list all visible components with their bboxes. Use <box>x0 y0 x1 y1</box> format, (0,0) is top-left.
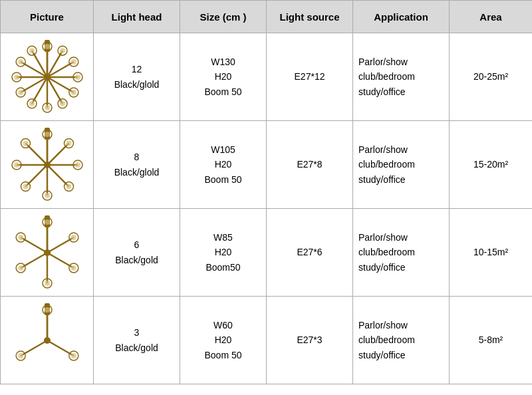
light-source-cell: E27*8 <box>267 121 353 209</box>
chandelier-image <box>1 121 94 209</box>
area-cell: 15-20m² <box>450 121 533 209</box>
svg-point-55 <box>45 193 50 198</box>
size-cell: W60 H20 Boom 50 <box>180 297 267 384</box>
chandelier-image <box>1 297 94 384</box>
light-head-cell: 8 Black/glold <box>94 121 180 209</box>
chandelier-image <box>1 209 94 297</box>
svg-point-79 <box>45 281 50 286</box>
svg-point-82 <box>18 265 23 271</box>
application-cell: Parlor/show club/bedroom study/office <box>353 209 450 297</box>
table-row: 8 Black/gloldW105 H20 Boom 50E27*8Parlor… <box>1 121 533 209</box>
svg-point-34 <box>18 59 23 65</box>
svg-point-61 <box>14 162 19 168</box>
svg-point-25 <box>29 101 35 106</box>
header-picture: Picture <box>1 1 94 33</box>
svg-point-70 <box>45 219 50 225</box>
svg-point-73 <box>70 235 76 240</box>
light-head-cell: 12 Black/glold <box>94 33 180 121</box>
svg-point-7 <box>60 48 65 53</box>
svg-point-28 <box>18 90 23 95</box>
svg-point-13 <box>75 74 80 80</box>
light-source-cell: E27*12 <box>267 33 353 121</box>
table-row: 3 Black/goldW60 H20 Boom 50E27*3Parlor/s… <box>1 297 533 384</box>
table-row: 12 Black/gloldW130 H20 Boom 50E27*12Parl… <box>1 33 533 121</box>
light-source-cell: E27*3 <box>267 297 353 384</box>
header-application: Application <box>353 1 450 33</box>
area-cell: 10-15m² <box>450 209 533 297</box>
header-size: Size (cm ) <box>180 1 267 33</box>
table-row: 6 Black/goldW85 H20 Boom50E27*6Parlor/sh… <box>1 209 533 297</box>
light-head-cell: 3 Black/gold <box>94 297 180 384</box>
svg-point-4 <box>45 44 50 49</box>
svg-point-94 <box>70 353 76 358</box>
svg-point-37 <box>29 48 35 53</box>
svg-point-31 <box>14 74 19 80</box>
svg-point-76 <box>70 265 76 271</box>
svg-point-49 <box>75 162 80 168</box>
svg-point-46 <box>66 140 71 146</box>
svg-point-43 <box>45 132 50 137</box>
svg-point-10 <box>70 59 76 65</box>
size-cell: W85 H20 Boom50 <box>180 209 267 297</box>
application-cell: Parlor/show club/bedroom study/office <box>353 297 450 384</box>
chandelier-image <box>1 33 94 121</box>
svg-point-91 <box>45 307 50 313</box>
area-cell: 5-8m² <box>450 297 533 384</box>
svg-point-16 <box>70 90 76 95</box>
application-cell: Parlor/show club/bedroom study/office <box>353 33 450 121</box>
header-light-source: Light source <box>267 1 353 33</box>
svg-point-85 <box>18 235 23 240</box>
svg-point-58 <box>23 184 28 190</box>
size-cell: W105 H20 Boom 50 <box>180 121 267 209</box>
header-area: Area <box>450 1 533 33</box>
svg-point-19 <box>60 101 65 106</box>
light-head-cell: 6 Black/gold <box>94 209 180 297</box>
light-source-cell: E27*6 <box>267 209 353 297</box>
application-cell: Parlor/show club/bedroom study/office <box>353 121 450 209</box>
size-cell: W130 H20 Boom 50 <box>180 33 267 121</box>
svg-point-97 <box>18 353 23 358</box>
area-cell: 20-25m² <box>450 33 533 121</box>
header-light-head: Light head <box>94 1 180 33</box>
svg-point-22 <box>45 105 50 110</box>
svg-point-64 <box>23 140 28 146</box>
svg-point-52 <box>66 184 71 190</box>
